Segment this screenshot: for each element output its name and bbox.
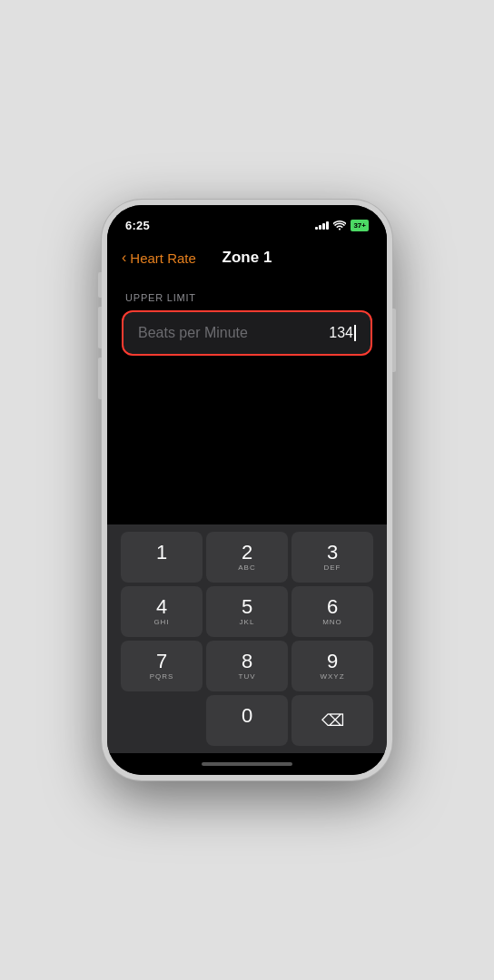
section-label: UPPER LIMIT — [122, 292, 372, 303]
key-9[interactable]: 9 WXYZ — [291, 641, 373, 691]
back-label: Heart Rate — [130, 250, 196, 266]
volume-down-button[interactable] — [98, 358, 102, 399]
wifi-icon — [333, 220, 346, 230]
number-pad: 1 2 ABC 3 DEF 4 GHI 5 J — [107, 524, 387, 753]
volume-up-button[interactable] — [98, 307, 102, 348]
key-4[interactable]: 4 GHI — [121, 586, 203, 637]
key-3[interactable]: 3 DEF — [291, 532, 373, 583]
page-title: Zone 1 — [222, 249, 272, 267]
numpad-row-1: 1 2 ABC 3 DEF — [111, 532, 383, 583]
back-button[interactable]: ‹ Heart Rate — [122, 250, 196, 266]
field-value: 134 — [329, 325, 356, 341]
phone-frame: 6:25 37+ ‹ Heart Rate Zone 1 — [102, 200, 392, 780]
key-empty — [121, 695, 203, 746]
chevron-left-icon: ‹ — [122, 250, 126, 265]
notch — [211, 205, 283, 223]
key-2[interactable]: 2 ABC — [206, 532, 288, 583]
mute-button[interactable] — [98, 272, 102, 298]
delete-icon: ⌫ — [321, 710, 344, 730]
upper-limit-field[interactable]: Beats per Minute 134 — [122, 310, 372, 356]
signal-icon — [315, 220, 329, 230]
key-8[interactable]: 8 TUV — [206, 641, 288, 691]
key-0[interactable]: 0 — [206, 695, 288, 746]
navigation-bar: ‹ Heart Rate Zone 1 — [107, 238, 387, 278]
numpad-row-2: 4 GHI 5 JKL 6 MNO — [111, 586, 383, 637]
key-6[interactable]: 6 MNO — [291, 586, 373, 637]
numpad-row-3: 7 PQRS 8 TUV 9 WXYZ — [111, 641, 383, 691]
key-1[interactable]: 1 — [121, 532, 203, 583]
content-spacer — [107, 416, 387, 524]
key-7[interactable]: 7 PQRS — [121, 641, 203, 691]
phone-screen: 6:25 37+ ‹ Heart Rate Zone 1 — [107, 205, 387, 775]
numpad-row-4: 0 ⌫ — [111, 695, 383, 746]
battery-icon: 37+ — [351, 220, 369, 231]
delete-key[interactable]: ⌫ — [291, 695, 373, 746]
status-icons: 37+ — [315, 220, 369, 231]
power-button[interactable] — [392, 309, 396, 372]
content-area: UPPER LIMIT Beats per Minute 134 — [107, 278, 387, 416]
text-cursor — [354, 325, 356, 341]
home-bar — [202, 762, 292, 766]
key-5[interactable]: 5 JKL — [206, 586, 288, 637]
status-time: 6:25 — [125, 219, 150, 232]
home-indicator — [107, 753, 387, 775]
field-placeholder: Beats per Minute — [138, 325, 248, 341]
